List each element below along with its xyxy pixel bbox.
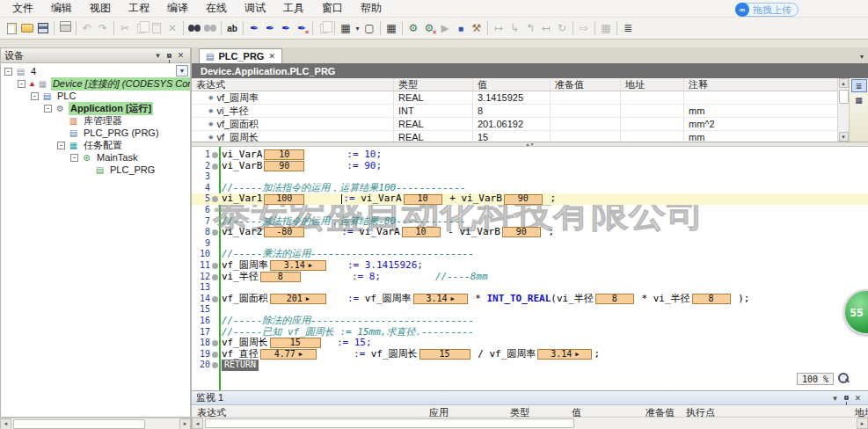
scroll-down-icon[interactable]: ▾ <box>839 132 849 142</box>
print-icon[interactable] <box>57 20 73 36</box>
menu-item-6[interactable]: 调试 <box>236 0 274 18</box>
scroll-thumb[interactable] <box>13 419 145 429</box>
open-file-icon[interactable] <box>19 20 35 36</box>
next-statement-icon[interactable]: ⇨ <box>576 20 592 36</box>
code-line[interactable]: 7//-----减法指令的运用，运算结果-80------------ <box>192 216 868 228</box>
zoom-level[interactable]: 100 % <box>797 373 834 385</box>
inline-value-box[interactable]: 8 <box>692 294 731 304</box>
menu-item-8[interactable]: 窗口 <box>313 0 352 18</box>
code-line[interactable]: 19vf_直径4.77▶:= vf_圆周长15 / vf_圆周率3.14▶; <box>192 349 868 360</box>
tree-item[interactable]: -▤4 <box>1 65 190 77</box>
new-file-icon[interactable] <box>4 20 19 36</box>
find-icon[interactable] <box>186 20 202 36</box>
stop-icon[interactable]: ■ <box>453 20 469 36</box>
code-line[interactable]: 17//-----已知 vf_圆周长 := 15mm,求直径.--------- <box>192 327 868 338</box>
column-header[interactable]: 类型 <box>394 78 473 91</box>
bookmark-set-icon[interactable]: ✒ <box>246 20 262 36</box>
table-row[interactable]: ◆vi_半径INT8mm <box>192 105 837 118</box>
code-line[interactable]: 1vi_VarA10:= 10; <box>192 149 868 161</box>
column-header[interactable]: 地址 <box>621 78 684 91</box>
expander-icon[interactable]: - <box>18 80 26 88</box>
menu-item-2[interactable]: 视图 <box>81 0 120 18</box>
menu-item-4[interactable]: 编译 <box>158 0 197 18</box>
bookmark-next-icon[interactable]: ✒ <box>262 20 278 36</box>
menu-item-0[interactable]: 文件 <box>4 0 42 18</box>
watch-column-header[interactable]: 准备值 <box>646 406 675 418</box>
expander-icon[interactable]: - <box>57 142 65 149</box>
devices-hscrollbar[interactable]: ◂ ▸ <box>0 418 191 429</box>
logout-icon[interactable]: ⚙ <box>421 20 437 36</box>
save-icon[interactable] <box>35 20 51 36</box>
expander-icon[interactable]: - <box>31 92 39 100</box>
tree-item[interactable]: ▤PLC_PRG <box>1 164 190 176</box>
code-editor[interactable]: 泰安宏盛自动化科技有限公司 55 100 % 1vi_VarA10:= 10;2… <box>192 147 868 390</box>
tree-item[interactable]: -▦任务配置 <box>1 139 190 151</box>
expand-arrow-icon[interactable]: ▶ <box>575 349 579 360</box>
online-config-icon[interactable]: ⚒ <box>469 20 485 36</box>
tree-item[interactable]: -⚙Application [运行] <box>1 102 190 114</box>
scroll-left-icon[interactable]: ◂ <box>192 418 203 429</box>
panel-menu-icon[interactable]: ▾ <box>829 393 841 404</box>
pin-icon[interactable] <box>844 396 849 400</box>
tree-dropdown-button[interactable]: ▾ <box>176 65 188 76</box>
panel-menu-icon[interactable]: ▾ <box>152 50 164 61</box>
code-line[interactable]: 5vi_Var1100:= vi_VarA10 + vi_VarB90 ; <box>192 193 868 205</box>
column-header[interactable]: 值 <box>473 78 551 91</box>
inline-value-box[interactable]: 3.14▶ <box>537 349 592 360</box>
bookmark-clear-icon[interactable]: ✒ <box>294 20 310 36</box>
tree-item[interactable]: -▤PLC <box>1 90 190 102</box>
code-line[interactable]: 13 <box>192 282 868 294</box>
scroll-right-icon[interactable]: ▸ <box>179 418 191 429</box>
login-icon[interactable]: ⚙ <box>405 20 421 36</box>
watch-column-header[interactable]: 类型 <box>510 406 529 418</box>
table-row[interactable]: ◆vf_圆面积REAL201.06192mm^2 <box>192 118 837 131</box>
inline-value-box[interactable]: 8 <box>260 272 301 282</box>
menu-item-7[interactable]: 工具 <box>274 0 313 18</box>
step-into-icon[interactable]: ↳ <box>507 20 522 36</box>
magnifier-icon[interactable] <box>837 372 850 385</box>
scroll-up-icon[interactable]: ▴ <box>839 78 849 88</box>
inline-value-box[interactable]: 90 <box>504 194 543 205</box>
breakpoints-icon[interactable]: ▦ <box>598 20 614 36</box>
tree-item[interactable]: ▥库管理器 <box>1 114 190 127</box>
code-line[interactable]: 4//-----加法指令的运用，运算结果100------------ <box>192 183 868 194</box>
menu-item-9[interactable]: 帮助 <box>352 0 390 18</box>
inline-value-box[interactable]: 15 <box>419 349 470 360</box>
inline-value-box[interactable]: 90 <box>264 161 304 171</box>
code-line[interactable]: 8vi_Var2-80:= vi_VarA10 - vi_VarB90 ; <box>192 227 868 238</box>
watch-column-header[interactable]: 应用 <box>429 406 449 418</box>
code-line[interactable]: 16//-----除法的应用--------------------------… <box>192 316 868 327</box>
run-to-cursor-icon[interactable]: ↤ <box>538 20 554 36</box>
code-line[interactable]: 2vi_VarB90:= 90; <box>192 161 868 172</box>
batch-build-icon[interactable]: ▦ <box>383 20 399 36</box>
tab-list-dropdown-icon[interactable]: ▾ <box>860 53 864 61</box>
code-line[interactable]: 11vf_圆周率3.14▶:= 3.1415926; <box>192 260 868 272</box>
column-header[interactable]: 表达式 <box>192 78 394 91</box>
code-line[interactable]: 6 <box>192 205 868 216</box>
expander-icon[interactable]: - <box>4 68 12 76</box>
scroll-thumb[interactable] <box>205 418 574 428</box>
inline-value-box[interactable]: 8 <box>595 294 634 304</box>
watch-column-header[interactable]: 地址 <box>855 406 868 418</box>
scroll-thumb[interactable] <box>839 90 849 104</box>
close-icon[interactable]: ✕ <box>175 50 186 61</box>
inline-value-box[interactable]: 10 <box>402 227 441 237</box>
code-line[interactable]: 10//-----乘法的运用--------------------------… <box>192 249 868 260</box>
build-dropdown-icon[interactable]: ▾ <box>354 20 361 36</box>
inline-value-box[interactable]: 100 <box>264 194 304 205</box>
inline-value-box[interactable]: 3.14▶ <box>413 294 468 304</box>
code-line[interactable]: 12vi_半径8:= 8;//----8mm <box>192 272 868 283</box>
close-icon[interactable]: ✕ <box>852 393 864 404</box>
code-line[interactable]: 20RETURN <box>192 360 868 371</box>
delete-icon[interactable]: ✕ <box>164 20 180 36</box>
tab-plc-prg[interactable]: ▤ PLC_PRG ✕ <box>199 48 282 63</box>
drag-upload-button[interactable]: ∞ 拖拽上传 <box>735 3 799 17</box>
tab-close-icon[interactable]: ✕ <box>268 52 275 61</box>
compare-icon[interactable] <box>316 20 332 36</box>
inline-value-box[interactable]: -80 <box>264 227 304 237</box>
column-header[interactable]: 注释 <box>684 78 837 91</box>
redo-icon[interactable]: ↷ <box>95 20 111 36</box>
pin-icon[interactable] <box>167 54 171 58</box>
undo-icon[interactable]: ↶ <box>79 20 95 36</box>
table-row[interactable]: ◆vf_圆周长REAL15mm <box>192 131 837 142</box>
